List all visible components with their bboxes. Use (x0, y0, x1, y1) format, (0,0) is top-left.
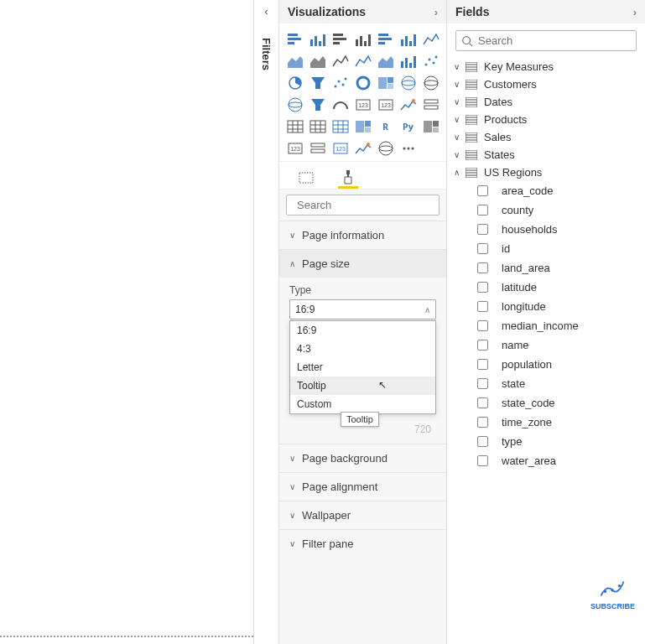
paginated-icon[interactable]: 123 (330, 139, 351, 158)
section-page-size[interactable]: ∧Page size (279, 249, 446, 278)
more-visuals-icon[interactable] (398, 139, 419, 158)
section-page-information[interactable]: ∨Page information (279, 221, 446, 249)
decomp-tree-icon[interactable] (421, 117, 441, 136)
clustered-column-icon[interactable] (353, 30, 373, 49)
field-name[interactable]: name (476, 335, 640, 355)
shape-map-icon[interactable] (308, 96, 328, 114)
matrix-icon[interactable] (308, 117, 328, 136)
type-option-4-3[interactable]: 4:3 (290, 340, 435, 358)
field-land_area[interactable]: land_area (476, 258, 640, 278)
map-icon[interactable] (398, 74, 419, 92)
field-county[interactable]: county (476, 200, 640, 220)
line-stacked-icon[interactable] (330, 52, 351, 70)
donut-chart-icon[interactable] (353, 74, 373, 92)
py-visual-icon[interactable]: Py (398, 117, 419, 136)
checkbox[interactable] (477, 436, 488, 447)
stacked100-column-icon[interactable] (398, 30, 419, 49)
fields-tab[interactable] (296, 167, 316, 189)
field-households[interactable]: households (476, 220, 640, 239)
scatter-chart-icon[interactable] (330, 74, 351, 92)
section-wallpaper[interactable]: ∨Wallpaper (279, 501, 446, 529)
waterfall-icon[interactable] (398, 52, 419, 70)
multi-card-icon[interactable]: 123 (376, 96, 396, 114)
checkbox[interactable] (477, 397, 488, 408)
checkbox[interactable] (477, 224, 488, 235)
filters-pane-collapsed[interactable]: ‹ Filters (254, 0, 279, 644)
card-icon[interactable]: 123 (353, 96, 373, 114)
checkbox[interactable] (477, 243, 488, 254)
field-longitude[interactable]: longitude (476, 297, 640, 316)
checkbox[interactable] (477, 205, 488, 216)
slicer-icon[interactable] (421, 96, 441, 114)
table-us-regions[interactable]: ∧US Regions (452, 164, 640, 181)
table-products[interactable]: ∨Products (452, 111, 640, 128)
fields-search[interactable] (455, 30, 637, 51)
checkbox[interactable] (477, 185, 488, 196)
matrix2-icon[interactable] (330, 117, 351, 136)
powerapps-icon[interactable] (353, 139, 373, 158)
gauge-icon[interactable] (330, 96, 351, 114)
stacked-area-icon[interactable] (308, 52, 328, 70)
arcgis-icon[interactable] (376, 139, 396, 158)
line-chart-icon[interactable] (421, 30, 441, 49)
stacked-column-icon[interactable] (308, 30, 328, 49)
field-area_code[interactable]: area_code (476, 181, 640, 200)
field-population[interactable]: population (476, 355, 640, 374)
checkbox[interactable] (477, 301, 488, 312)
area-chart-icon[interactable] (285, 52, 305, 70)
field-median_income[interactable]: median_income (476, 316, 640, 335)
field-latitude[interactable]: latitude (476, 278, 640, 297)
table-sales[interactable]: ∨Sales (452, 128, 640, 146)
table-key-measures[interactable]: ∨Key Measures (452, 58, 640, 75)
fields-search-input[interactable] (478, 34, 631, 47)
field-id[interactable]: id (476, 239, 640, 258)
table-customers[interactable]: ∨Customers (452, 75, 640, 93)
qa-visual-icon[interactable]: 123 (285, 139, 305, 158)
r-visual-icon[interactable]: R (376, 117, 396, 136)
checkbox[interactable] (477, 282, 488, 293)
format-search[interactable] (286, 195, 440, 216)
type-option-letter[interactable]: Letter (290, 358, 435, 377)
pie-chart-icon[interactable] (285, 74, 305, 92)
funnel-icon[interactable] (308, 74, 328, 92)
checkbox[interactable] (477, 359, 488, 370)
scatter-icon[interactable] (421, 52, 441, 70)
field-type[interactable]: type (476, 432, 640, 451)
type-select[interactable]: 16:9 ∧ 16:94:3LetterTooltip↖CustomToolti… (289, 299, 436, 319)
checkbox[interactable] (477, 417, 488, 428)
expand-filters-icon[interactable]: ‹ (264, 5, 268, 18)
section-page-background[interactable]: ∨Page background (279, 444, 446, 472)
collapse-fields-icon[interactable]: › (633, 6, 637, 18)
section-filter-pane[interactable]: ∨Filter pane (279, 529, 446, 558)
checkbox[interactable] (477, 378, 488, 389)
checkbox[interactable] (477, 340, 488, 351)
table-states[interactable]: ∨States (452, 146, 640, 164)
field-water_area[interactable]: water_area (476, 451, 640, 470)
type-option-custom[interactable]: CustomTooltip (290, 395, 435, 413)
smart-narrative-icon[interactable] (308, 139, 328, 158)
key-influencers-icon[interactable] (353, 117, 373, 136)
type-option-16-9[interactable]: 16:9 (290, 321, 435, 340)
stacked-bar-icon[interactable] (285, 30, 305, 49)
clustered-bar-icon[interactable] (330, 30, 351, 49)
checkbox[interactable] (477, 455, 488, 466)
checkbox[interactable] (477, 262, 488, 273)
table-icon[interactable] (285, 117, 305, 136)
treemap-icon[interactable] (376, 74, 396, 92)
format-search-input[interactable] (297, 199, 438, 211)
globe-map-icon[interactable] (285, 96, 305, 114)
ribbon-chart-icon[interactable] (376, 52, 396, 70)
filled-map-icon[interactable] (421, 74, 441, 92)
field-state[interactable]: state (476, 374, 640, 393)
report-canvas[interactable] (0, 0, 254, 644)
format-tab[interactable] (338, 167, 358, 189)
type-option-tooltip[interactable]: Tooltip↖ (290, 377, 435, 395)
field-state_code[interactable]: state_code (476, 393, 640, 413)
kpi-icon[interactable] (398, 96, 419, 114)
line-clustered-icon[interactable] (353, 52, 373, 70)
table-dates[interactable]: ∨Dates (452, 93, 640, 111)
collapse-viz-icon[interactable]: › (434, 6, 438, 18)
checkbox[interactable] (477, 320, 488, 331)
section-page-alignment[interactable]: ∨Page alignment (279, 472, 446, 501)
field-time_zone[interactable]: time_zone (476, 413, 640, 432)
